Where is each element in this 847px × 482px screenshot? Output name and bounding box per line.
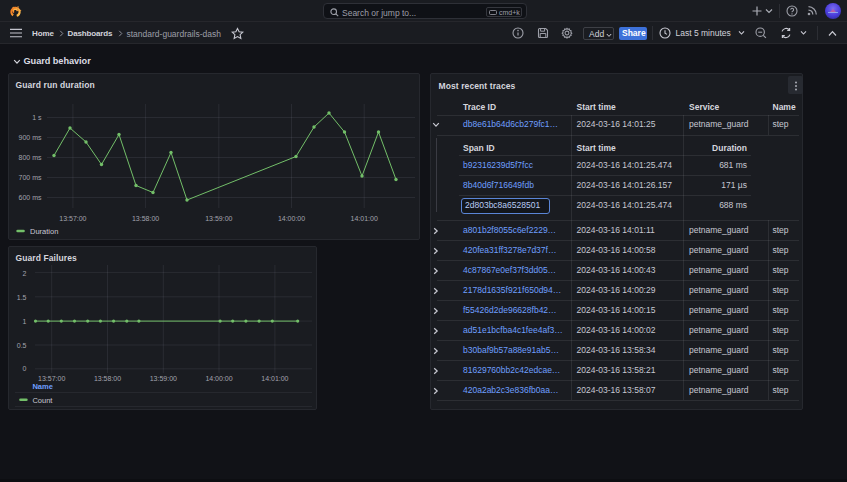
svg-text:1 s: 1 s xyxy=(32,114,42,121)
svg-text:1.5: 1.5 xyxy=(17,294,27,301)
svg-text:14:01:00: 14:01:00 xyxy=(351,215,378,222)
svg-text:1: 1 xyxy=(23,318,27,325)
svg-text:13:58:00: 13:58:00 xyxy=(94,375,121,382)
svg-text:13:57:00: 13:57:00 xyxy=(59,215,86,222)
svg-text:700 ms: 700 ms xyxy=(19,174,42,181)
svg-text:600 ms: 600 ms xyxy=(19,194,42,201)
svg-text:0: 0 xyxy=(23,365,27,372)
svg-text:13:58:00: 13:58:00 xyxy=(132,215,159,222)
svg-text:Duration: Duration xyxy=(30,227,58,236)
svg-text:800 ms: 800 ms xyxy=(19,154,42,161)
svg-text:14:01:00: 14:01:00 xyxy=(261,375,288,382)
svg-text:14:00:00: 14:00:00 xyxy=(278,215,305,222)
svg-text:13:57:00: 13:57:00 xyxy=(38,375,65,382)
svg-text:Name: Name xyxy=(32,382,52,391)
svg-text:2: 2 xyxy=(23,270,27,277)
svg-text:14:00:00: 14:00:00 xyxy=(205,375,232,382)
svg-text:900 ms: 900 ms xyxy=(19,134,42,141)
svg-text:13:59:00: 13:59:00 xyxy=(205,215,232,222)
svg-text:Count: Count xyxy=(32,396,53,405)
svg-text:13:59:00: 13:59:00 xyxy=(150,375,177,382)
svg-text:0.5: 0.5 xyxy=(17,342,27,349)
